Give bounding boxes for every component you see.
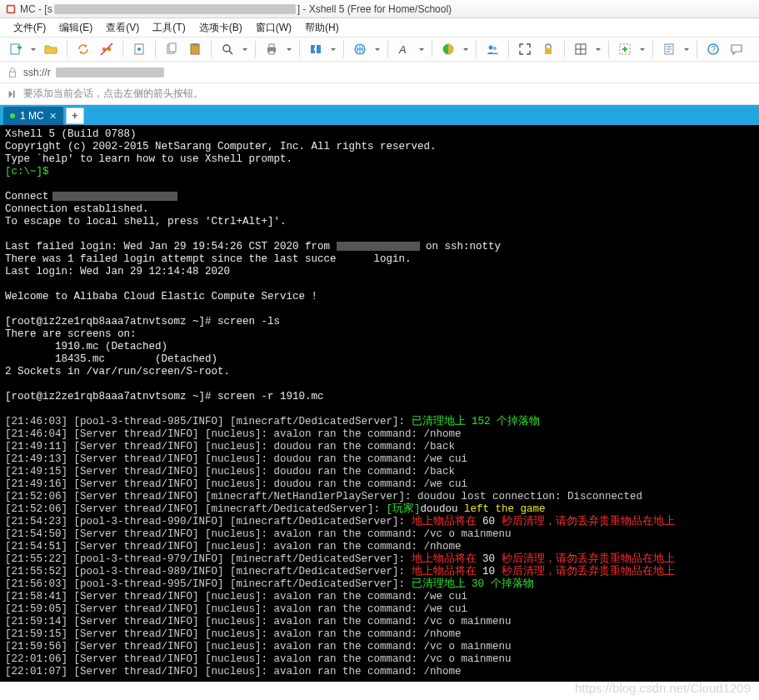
terminal[interactable]: Xshell 5 (Build 0788)Copyright (c) 2002-… [0,125,759,682]
svg-rect-15 [269,44,274,48]
window-title-suffix: ] - Xshell 5 (Free for Home/School) [297,3,452,15]
new-tab-button[interactable]: + [66,108,84,124]
app-icon [5,3,17,15]
svg-text:A: A [398,43,407,56]
font-dropdown[interactable] [418,40,425,58]
lock-icon [7,67,18,78]
svg-rect-33 [13,90,15,98]
svg-point-23 [493,47,497,50]
new-session-button[interactable] [7,40,25,58]
users-button[interactable] [483,40,502,58]
paste-button[interactable] [186,40,204,58]
color-button[interactable] [439,40,457,58]
tab-session[interactable]: 1 MC ✕ [3,107,63,125]
tab-label: 1 MC [20,110,44,122]
script-button[interactable] [660,40,678,58]
layout-dropdown[interactable] [595,40,602,58]
watermark: https://blog.csdn.net/Cloud1209 [575,681,751,695]
color-dropdown[interactable] [462,40,469,58]
menu-tabs[interactable]: 选项卡(B) [192,19,249,37]
svg-rect-16 [269,51,274,54]
find-dropdown[interactable] [242,40,248,58]
print-button[interactable] [262,40,281,58]
menu-tools[interactable]: 工具(T) [146,19,192,37]
menu-help[interactable]: 帮助(H) [298,19,346,37]
menu-file[interactable]: 文件(F) [7,19,52,37]
arrow-icon[interactable] [7,88,18,100]
chat-button[interactable] [727,40,746,58]
close-icon[interactable]: ✕ [49,111,57,122]
tab-strip: 1 MC ✕ + [0,105,759,125]
print-dropdown[interactable] [286,40,292,58]
add-dropdown[interactable] [639,40,646,58]
reconnect-button[interactable] [74,40,92,58]
disconnect-button[interactable] [97,40,116,58]
svg-text:?: ? [712,45,717,54]
svg-line-13 [229,51,232,54]
transfer-dropdown[interactable] [330,40,337,58]
redacted-path [54,4,296,14]
redacted-host [56,68,164,78]
new-session-dropdown[interactable] [30,40,37,58]
find-button[interactable] [218,40,237,58]
window-title-prefix: MC - [s [20,3,52,15]
font-button[interactable]: A [395,40,413,58]
menu-view[interactable]: 查看(V) [99,19,146,37]
svg-point-12 [223,45,230,52]
open-button[interactable] [42,40,60,58]
svg-rect-32 [10,72,16,77]
transfer-button[interactable] [307,40,325,58]
menu-edit[interactable]: 编辑(E) [52,19,99,37]
address-bar: ssh://r [0,62,759,83]
svg-point-22 [489,46,493,50]
properties-button[interactable] [130,40,148,58]
language-button[interactable] [351,40,369,58]
help-button[interactable]: ? [704,40,722,58]
address-text[interactable]: ssh://r [23,67,51,78]
fullscreen-button[interactable] [516,40,534,58]
language-dropdown[interactable] [374,40,381,58]
lock-button[interactable] [539,40,557,58]
menu-window[interactable]: 窗口(W) [249,19,298,37]
add-button[interactable] [616,40,634,58]
svg-rect-1 [8,6,14,12]
svg-rect-2 [11,44,19,54]
info-bar: 要添加当前会话，点击左侧的箭头按钮。 [0,83,759,105]
script-dropdown[interactable] [683,40,690,58]
status-dot-icon [10,113,15,118]
copy-button[interactable] [162,40,181,58]
window-titlebar: MC - [s ] - Xshell 5 (Free for Home/Scho… [0,0,759,18]
svg-rect-24 [545,48,552,54]
svg-rect-11 [192,43,197,46]
menubar: 文件(F) 编辑(E) 查看(V) 工具(T) 选项卡(B) 窗口(W) 帮助(… [0,18,759,37]
toolbar: A ? [0,37,759,62]
svg-rect-18 [317,45,321,53]
svg-point-7 [137,48,141,51]
layout-button[interactable] [572,40,590,58]
info-text: 要添加当前会话，点击左侧的箭头按钮。 [23,87,203,101]
svg-rect-9 [169,43,176,52]
